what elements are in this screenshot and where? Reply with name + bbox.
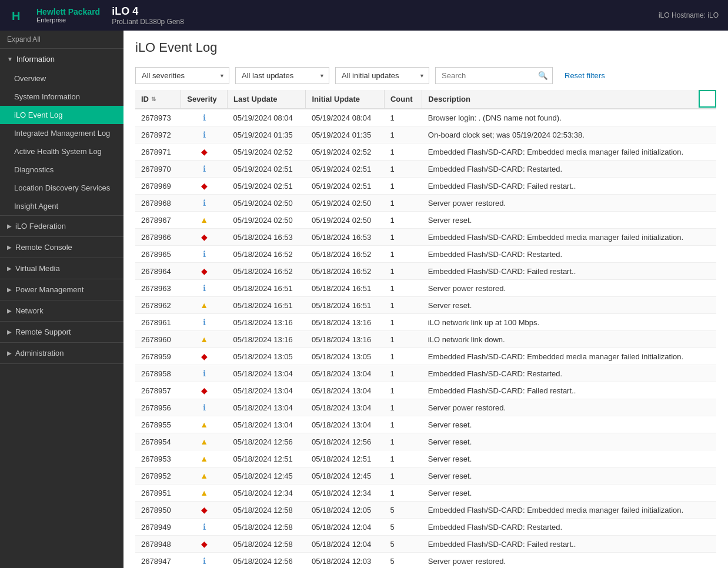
cell-description: iLO network link down. (422, 331, 716, 348)
table-row: 2678960▲05/18/2024 13:1605/18/2024 13:16… (135, 331, 716, 348)
cell-description: Server reset. (422, 485, 716, 502)
sidebar-item-system-information[interactable]: System Information (0, 88, 123, 106)
cell-last-update: 05/18/2024 12:58 (228, 536, 306, 553)
sidebar-section-administration-label: Administration (15, 349, 64, 357)
cell-initial-update: 05/18/2024 12:45 (306, 467, 384, 485)
main-content: iLO Event Log All severities Critical Wa… (123, 31, 728, 568)
reset-filters-button[interactable]: Reset filters (565, 71, 605, 80)
severity-filter-wrap: All severities Critical Warning Informat… (135, 67, 229, 84)
enterprise-label: Enterprise (36, 16, 100, 24)
cell-initial-update: 05/18/2024 16:51 (306, 280, 384, 297)
col-header-initial-update: Initial Update (306, 90, 384, 109)
cell-initial-update: 05/19/2024 02:52 (306, 143, 384, 161)
cell-id: 2678963 (135, 280, 181, 297)
table-row: 2678951▲05/18/2024 12:3405/18/2024 12:34… (135, 485, 716, 502)
table-row: 2678966◆05/18/2024 16:5305/18/2024 16:53… (135, 229, 716, 246)
sidebar-item-overview[interactable]: Overview (0, 69, 123, 88)
cell-initial-update: 05/18/2024 12:34 (306, 485, 384, 502)
last-update-filter[interactable]: All last updates Last hour Last day Last… (235, 67, 329, 84)
sidebar-section-information: ▼ Information Overview System Informatio… (0, 49, 123, 216)
sidebar-item-insight-agent[interactable]: Insight Agent (0, 197, 123, 215)
sidebar-item-ilo-event-log[interactable]: iLO Event Log (0, 106, 123, 124)
toolbar: All severities Critical Warning Informat… (135, 61, 716, 90)
severity-filter[interactable]: All severities Critical Warning Informat… (135, 67, 229, 84)
col-header-id[interactable]: ID ⇅ (135, 90, 181, 109)
info-icon: ℹ (203, 369, 206, 378)
cell-count: 5 (384, 536, 422, 553)
cell-initial-update: 05/18/2024 13:04 (306, 399, 384, 416)
cell-initial-update: 05/18/2024 13:04 (306, 382, 384, 399)
cell-description: iLO network link up at 100 Mbps. (422, 314, 716, 331)
expand-all-button[interactable]: Expand All (0, 31, 123, 49)
cell-last-update: 05/19/2024 02:51 (228, 178, 306, 195)
cell-description: Server reset. (422, 212, 716, 229)
hostname-label: iLO Hostname: iLO (659, 11, 719, 19)
cell-severity: ℹ (181, 109, 228, 126)
cell-id: 2678954 (135, 433, 181, 450)
info-icon: ℹ (203, 522, 206, 532)
corner-action-button[interactable] (699, 90, 716, 108)
table-row: 2678954▲05/18/2024 12:5605/18/2024 12:56… (135, 433, 716, 450)
cell-severity: ▲ (181, 450, 228, 467)
cell-count: 1 (384, 109, 422, 126)
sidebar-section-virtual-media-header[interactable]: ▶ Virtual Media (0, 258, 123, 279)
cell-initial-update: 05/19/2024 02:51 (306, 178, 384, 195)
cell-severity: ℹ (181, 553, 228, 569)
cell-severity: ℹ (181, 195, 228, 212)
cell-id: 2678950 (135, 502, 181, 519)
cell-id: 2678968 (135, 195, 181, 212)
sidebar-section-ilo-federation-header[interactable]: ▶ iLO Federation (0, 216, 123, 236)
sidebar-section-network-header[interactable]: ▶ Network (0, 300, 123, 321)
table-row: 2678967▲05/19/2024 02:5005/19/2024 02:50… (135, 212, 716, 229)
cell-count: 1 (384, 161, 422, 178)
cell-severity: ℹ (181, 519, 228, 536)
cell-last-update: 05/18/2024 16:52 (228, 263, 306, 280)
cell-initial-update: 05/18/2024 12:03 (306, 553, 384, 569)
chevron-right-icon-6: ▶ (7, 329, 12, 335)
sidebar-section-administration-header[interactable]: ▶ Administration (0, 343, 123, 363)
cell-description: Server reset. (422, 467, 716, 485)
table-row: 2678972ℹ05/19/2024 01:3505/19/2024 01:35… (135, 126, 716, 143)
sidebar-item-active-health-system-log[interactable]: Active Health System Log (0, 142, 123, 161)
table-row: 2678968ℹ05/19/2024 02:5005/19/2024 02:50… (135, 195, 716, 212)
cell-last-update: 05/18/2024 13:04 (228, 365, 306, 382)
critical-icon: ◆ (201, 505, 208, 514)
cell-id: 2678970 (135, 161, 181, 178)
search-input[interactable] (435, 67, 553, 84)
cell-description: Server power restored. (422, 399, 716, 416)
cell-count: 1 (384, 126, 422, 143)
search-button[interactable]: 🔍 (538, 71, 548, 80)
sidebar-section-remote-support-header[interactable]: ▶ Remote Support (0, 322, 123, 342)
sidebar-section-power-management-header[interactable]: ▶ Power Management (0, 279, 123, 300)
cell-id: 2678964 (135, 263, 181, 280)
sidebar-section-remote-support-label: Remote Support (15, 328, 71, 336)
cell-severity: ◆ (181, 263, 228, 280)
cell-severity: ℹ (181, 399, 228, 416)
critical-icon: ◆ (201, 181, 208, 191)
sidebar-section-remote-console-header[interactable]: ▶ Remote Console (0, 237, 123, 258)
table-row: 2678964◆05/18/2024 16:5205/18/2024 16:52… (135, 263, 716, 280)
critical-icon: ◆ (201, 232, 208, 242)
cell-count: 1 (384, 467, 422, 485)
layout: Expand All ▼ Information Overview System… (0, 31, 728, 568)
cell-count: 1 (384, 399, 422, 416)
cell-last-update: 05/18/2024 13:04 (228, 399, 306, 416)
cell-count: 1 (384, 331, 422, 348)
info-icon: ℹ (203, 130, 206, 139)
cell-description: Embedded Flash/SD-CARD: Failed restart.. (422, 536, 716, 553)
cell-last-update: 05/18/2024 16:53 (228, 229, 306, 246)
sidebar-section-information-header[interactable]: ▼ Information (0, 49, 123, 69)
cell-count: 1 (384, 143, 422, 161)
initial-update-filter[interactable]: All initial updates Last hour Last day L… (335, 67, 429, 84)
cell-id: 2678971 (135, 143, 181, 161)
col-header-severity: Severity (181, 90, 228, 109)
page-title: iLO Event Log (135, 31, 716, 61)
sidebar-item-diagnostics[interactable]: Diagnostics (0, 161, 123, 179)
sidebar-section-virtual-media: ▶ Virtual Media (0, 258, 123, 279)
cell-description: Embedded Flash/SD-CARD: Failed restart.. (422, 382, 716, 399)
cell-initial-update: 05/18/2024 16:52 (306, 263, 384, 280)
warning-icon: ▲ (200, 420, 208, 429)
sidebar-item-integrated-management-log[interactable]: Integrated Management Log (0, 124, 123, 142)
sidebar-item-location-discovery-services[interactable]: Location Discovery Services (0, 179, 123, 197)
table-row: 2678948◆05/18/2024 12:5805/18/2024 12:04… (135, 536, 716, 553)
